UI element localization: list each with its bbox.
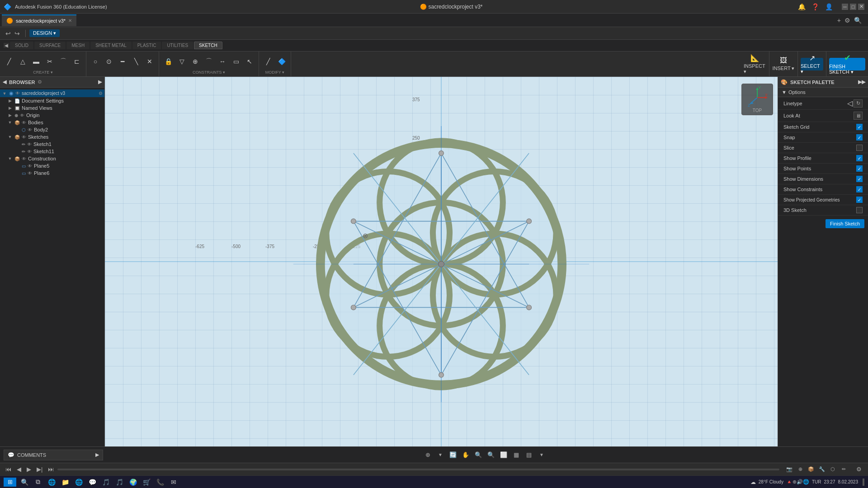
timeline-settings-icon[interactable]: ⚙ [854,464,864,475]
search-tab-icon[interactable]: 🔍 [853,16,863,25]
home-view-icon[interactable]: ⊕ [422,450,433,460]
tree-item-plane6[interactable]: ▶ ▭ 👁 Plane6 [0,169,104,177]
close-button[interactable]: ✕ [858,4,864,10]
tab-sheet-metal[interactable]: SHEET METAL [90,42,132,49]
viewport[interactable]: 375 250 -625 -500 -375 -250 -125 [105,77,778,446]
timeline-icon-3[interactable]: 📦 [807,465,816,474]
linetype-refresh-icon[interactable]: ↻ [854,99,863,108]
pan-icon[interactable]: ✋ [460,450,471,460]
display-icon[interactable]: ⬜ [498,450,509,460]
browser-collapse-icon[interactable]: ▶ [98,79,102,85]
tab-close-icon[interactable]: ✕ [68,18,72,23]
ellipse-tool-icon[interactable]: ⊙ [103,55,115,68]
snap-checkbox[interactable] [856,134,863,141]
triangle-tool-icon[interactable]: △ [16,55,29,68]
tree-item-bodies[interactable]: ▼ 📦 👁 Bodies [0,119,104,126]
eye-icon-sketch1[interactable]: 👁 [27,142,32,147]
taskbar-spotify-icon[interactable]: 🎵 [114,477,125,488]
tree-item-sketch1[interactable]: ▶ ✏ 👁 Sketch1 [0,141,104,148]
taskbar-chrome-icon[interactable]: 🌍 [127,477,138,488]
show-constraints-checkbox[interactable] [856,186,863,192]
select-icon[interactable]: ↗ SELECT ▾ [801,58,823,70]
eye-icon-sketches[interactable]: 👁 [22,135,26,140]
eye-icon-origin[interactable]: 👁 [20,113,24,118]
taskbar-chat-icon[interactable]: 💬 [87,477,98,488]
tab-surface[interactable]: SURFACE [34,42,66,49]
ws-collapse-left[interactable]: ◀ [4,43,9,48]
eye-icon-construction[interactable]: 👁 [22,156,26,161]
tree-item-sketches[interactable]: ▼ 📦 👁 Sketches [0,133,104,141]
arc-tool-icon[interactable]: ⌒ [57,55,70,68]
show-dimensions-checkbox[interactable] [856,176,863,182]
taskbar-browser-icon[interactable]: 🌐 [73,477,84,488]
show-profile-checkbox[interactable] [856,155,863,161]
taskbar-search-icon[interactable]: 🔍 [19,477,30,488]
create-label[interactable]: CREATE ▾ [33,70,52,75]
timeline-icon-2[interactable]: ⊕ [796,465,805,474]
taskbar-mail-icon[interactable]: ✉ [168,477,179,488]
playback-prev-button[interactable]: ◀ [15,465,23,474]
tab-utilities[interactable]: UTILITIES [162,42,193,49]
design-menu[interactable]: DESIGN ▾ [29,29,60,37]
timeline-icon-5[interactable]: ⬡ [828,465,837,474]
cross-icon[interactable]: ⊕ [189,55,202,68]
tab-project[interactable]: 🟠 sacredclockproject v3* ✕ [2,14,76,26]
slice-checkbox[interactable] [856,145,863,151]
slot-tool-icon[interactable]: ⊏ [71,55,83,68]
finish-sketch-palette-button[interactable]: Finish Sketch [826,219,864,228]
x-tool-icon[interactable]: ✕ [143,55,156,68]
lock-icon[interactable]: 🔒 [162,55,175,68]
show-points-checkbox[interactable] [856,165,863,172]
tab-mesh[interactable]: MESH [66,42,90,49]
playback-end-button[interactable]: ⏭ [46,465,56,474]
tree-item-body2[interactable]: ▶ ⬡ 👁 Body2 [0,126,104,133]
tab-sketch[interactable]: SKETCH [194,42,222,49]
tree-item-construction[interactable]: ▼ 📦 👁 Construction [0,155,104,162]
cursor-icon[interactable]: ↖ [243,55,256,68]
tab-plastic[interactable]: PLASTIC [132,42,161,49]
timeline-icon-1[interactable]: 📷 [785,465,794,474]
start-button[interactable]: ⊞ [4,478,16,487]
playback-next-button[interactable]: ▶| [35,465,44,474]
settings-icon[interactable]: ⚙ [844,16,851,25]
3d-sketch-checkbox[interactable] [856,207,863,213]
show-desktop-icon[interactable] [863,479,864,486]
display-dropdown-icon[interactable]: ▼ [536,450,547,460]
tree-item-named-views[interactable]: ▶ 🔲 Named Views [0,104,104,112]
comments-expand-icon[interactable]: ▶ [95,452,99,458]
fit-icon[interactable]: 🔍 [486,450,496,460]
zoom-icon[interactable]: 🔍 [473,450,484,460]
line-tool-icon[interactable]: ╱ [3,55,15,68]
help-icon[interactable]: ❓ [809,1,821,13]
eye-icon-body2[interactable]: 👁 [28,127,32,132]
circle-tool-icon[interactable]: ○ [89,55,102,68]
linetype-dropdown-icon[interactable]: ◁ [847,99,853,108]
taskbar-store-icon[interactable]: 🛒 [141,477,152,488]
eye-icon-plane5[interactable]: 👁 [28,164,32,169]
triangle2-icon[interactable]: ▽ [175,55,188,68]
taskbar-task-view-icon[interactable]: ⧉ [33,477,43,488]
modify-icon-1[interactable]: ╱ [262,55,274,68]
maximize-button[interactable]: □ [850,4,856,10]
undo-button[interactable]: ↩ [4,29,13,38]
palette-collapse-icon[interactable]: ▶▶ [858,79,865,85]
playback-play-button[interactable]: ▶ [25,465,33,474]
tab-solid[interactable]: SOLID [10,42,33,49]
tree-item-sketch11[interactable]: ▶ ✏ 👁 Sketch11 [0,148,104,155]
taskbar-explorer-icon[interactable]: 📁 [60,477,71,488]
sketch-grid-checkbox[interactable] [856,124,863,130]
finish-sketch-icon[interactable]: ✔ FINISH SKETCH ▾ [829,58,865,70]
rect-tool-icon[interactable]: ▬ [30,55,42,68]
tree-item-doc-settings[interactable]: ▶ 📄 Document Settings [0,97,104,104]
playback-start-button[interactable]: ⏮ [4,465,13,474]
eye-icon-bodies[interactable]: 👁 [22,120,26,125]
grid-icon[interactable]: ▦ [511,450,522,460]
view-dropdown-icon[interactable]: ▼ [435,450,446,460]
taskbar-music-icon[interactable]: 🎵 [100,477,111,488]
modify-icon-2[interactable]: 🔷 [275,55,288,68]
taskbar-edge-icon[interactable]: 🌐 [46,477,57,488]
new-tab-button[interactable]: + [836,16,842,25]
modify-label[interactable]: MODIFY ▾ [265,70,284,75]
gear-icon-project[interactable]: ⚙ [99,91,103,96]
rect2-icon[interactable]: ▭ [230,55,242,68]
